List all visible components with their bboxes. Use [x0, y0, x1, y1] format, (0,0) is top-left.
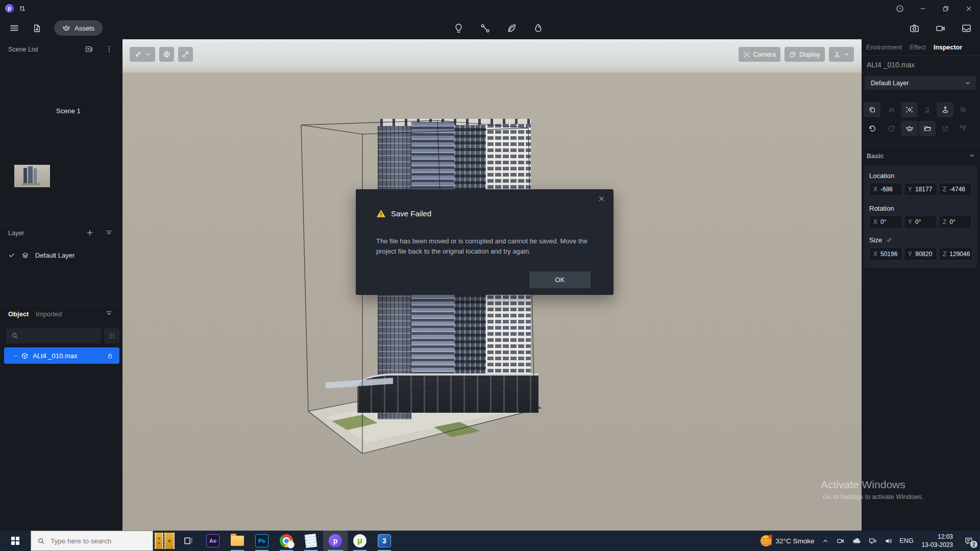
lock-icon[interactable]: [107, 353, 113, 359]
start-button[interactable]: [0, 531, 31, 551]
render-queue-icon[interactable]: [961, 23, 972, 34]
camera-button[interactable]: Camera: [739, 47, 780, 62]
add-scene-icon[interactable]: [85, 45, 93, 53]
collapse-objects-icon[interactable]: [105, 309, 113, 317]
duplicate-button[interactable]: [864, 102, 880, 117]
undo-button[interactable]: [864, 121, 880, 136]
action-center-button[interactable]: 2: [958, 531, 980, 551]
chrome-badge: [287, 541, 295, 548]
language-indicator[interactable]: ENG: [896, 531, 917, 551]
fire-effect-icon[interactable]: [533, 23, 544, 34]
hamburger-menu-icon[interactable]: [4, 17, 24, 39]
onedrive-cloud-icon[interactable]: [848, 531, 865, 551]
layer-name: Default Layer: [35, 252, 75, 259]
location-y-field[interactable]: Y18177: [904, 183, 937, 196]
taskbar-chrome[interactable]: [274, 531, 299, 551]
file-explorer-icon: [231, 536, 244, 546]
taskbar-search-input[interactable]: [50, 537, 133, 545]
material-link-icon[interactable]: [480, 23, 491, 34]
import-file-icon[interactable]: [27, 17, 47, 39]
screenshot-camera-icon[interactable]: [909, 23, 920, 34]
tray-date: 13-03-2023: [922, 541, 953, 549]
left-sidebar: Scene List Scene 1 Layer: [0, 39, 122, 531]
tray-expand-chevron[interactable]: [818, 531, 832, 551]
drop-to-ground-button[interactable]: [919, 102, 936, 117]
layer-dropdown[interactable]: Default Layer: [865, 76, 976, 90]
size-x-field[interactable]: X50196: [869, 247, 902, 261]
minimize-button[interactable]: [911, 0, 934, 17]
taskbar-notepad[interactable]: [299, 531, 323, 551]
tab-object[interactable]: Object: [8, 310, 29, 318]
meet-now-icon[interactable]: [832, 531, 848, 551]
open-folder-button[interactable]: [919, 121, 936, 136]
size-link-icon[interactable]: [886, 237, 893, 243]
location-label: Location: [869, 172, 894, 180]
add-to-group-button[interactable]: [954, 102, 971, 117]
volume-icon[interactable]: [880, 531, 896, 551]
place-character-button[interactable]: [937, 102, 953, 117]
windows-logo-icon: [11, 537, 19, 545]
taskbar: ★★ ★ Ae Ps p µ 3 32°C Smoke: [0, 531, 980, 551]
focus-button[interactable]: [901, 102, 918, 117]
restore-button[interactable]: [934, 0, 957, 17]
tab-environment[interactable]: Environment: [866, 44, 902, 51]
object-item-name: ALt4 _010.max: [33, 352, 77, 360]
marquee-select-button[interactable]: [954, 121, 971, 136]
vegetation-leaf-icon[interactable]: [506, 23, 517, 34]
size-z-field[interactable]: Z129046: [939, 247, 972, 261]
object-item-selected[interactable]: ALt4 _010.max: [4, 347, 119, 364]
search-highlights-graphic[interactable]: ★★ ★: [153, 531, 176, 551]
dialog-close-icon[interactable]: [598, 195, 605, 203]
assets-button[interactable]: Assets: [54, 20, 103, 36]
clock[interactable]: 12:03 13-03-2023: [917, 533, 958, 549]
location-x-field[interactable]: X-686: [869, 183, 902, 196]
tab-inspector[interactable]: Inspector: [934, 44, 962, 51]
video-camera-icon[interactable]: [935, 23, 946, 34]
network-icon[interactable]: [865, 531, 880, 551]
rotation-x-field[interactable]: X0°: [869, 215, 902, 229]
mirror-button[interactable]: [883, 102, 900, 117]
transform-tool-button[interactable]: [130, 47, 155, 62]
walk-mode-button[interactable]: [829, 47, 854, 62]
display-button[interactable]: Display: [785, 47, 825, 62]
scene-item[interactable]: Scene 1: [0, 99, 122, 132]
object-search-box[interactable]: [6, 328, 101, 343]
scene-list-menu-icon[interactable]: [105, 45, 113, 53]
taskbar-3dsmax[interactable]: 3: [372, 531, 397, 551]
light-bulb-icon[interactable]: [453, 23, 464, 34]
dialog-ok-button[interactable]: OK: [529, 271, 591, 288]
path-tool-button[interactable]: [178, 47, 193, 62]
basic-collapse-chevron-icon[interactable]: [969, 153, 975, 159]
titlebar: p f1 ?: [0, 0, 980, 17]
taskbar-after-effects[interactable]: Ae: [201, 531, 225, 551]
taskbar-d5-render-active[interactable]: p: [323, 531, 348, 551]
rotation-z-field[interactable]: Z0°: [939, 215, 972, 229]
search-icon: [37, 537, 45, 545]
tab-imported[interactable]: Imported: [36, 310, 62, 318]
add-layer-icon[interactable]: [86, 229, 94, 237]
d5-render-window: p f1 ? Assets: [0, 0, 980, 551]
taskbar-file-explorer[interactable]: [225, 531, 250, 551]
close-button[interactable]: [957, 0, 980, 17]
layer-row-default[interactable]: Default Layer: [0, 247, 122, 263]
redo-button[interactable]: [883, 121, 900, 136]
taskbar-search-box[interactable]: [31, 531, 153, 551]
taskbar-utorrent[interactable]: µ: [348, 531, 372, 551]
layer-visible-check-icon[interactable]: [8, 252, 15, 259]
task-view-button[interactable]: [176, 531, 201, 551]
export-button[interactable]: [937, 121, 953, 136]
dialog-message: The file has been moved or is corrupted …: [376, 236, 595, 256]
object-view-grid-icon[interactable]: [104, 328, 119, 343]
size-y-field[interactable]: Y90820: [904, 247, 937, 261]
chevron-down-icon: [965, 80, 971, 86]
save-as-asset-button[interactable]: [901, 121, 918, 136]
object-search-input[interactable]: [21, 332, 95, 340]
rotation-y-field[interactable]: Y0°: [904, 215, 937, 229]
help-icon[interactable]: ?: [888, 0, 911, 17]
collapse-layers-icon[interactable]: [105, 229, 113, 236]
weather-widget[interactable]: 32°C Smoke: [757, 531, 818, 551]
location-z-field[interactable]: Z-4746: [939, 183, 972, 196]
tab-effect[interactable]: Effect: [910, 44, 926, 51]
taskbar-photoshop[interactable]: Ps: [250, 531, 274, 551]
globe-button[interactable]: [159, 47, 174, 62]
